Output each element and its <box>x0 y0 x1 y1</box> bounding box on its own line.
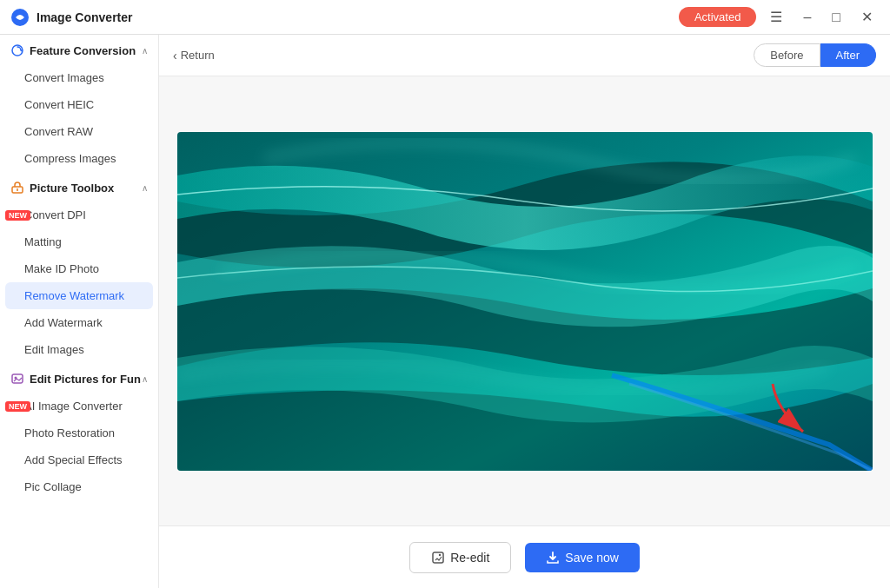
minimize-button[interactable]: – <box>796 6 818 29</box>
re-edit-icon <box>431 551 445 565</box>
title-bar: Image Converter Activated ☰ – □ ✕ <box>0 0 890 35</box>
content-area: ‹ Return Before After <box>159 35 890 588</box>
svg-point-10 <box>439 553 441 555</box>
sidebar-item-convert-raw[interactable]: Convert RAW <box>0 118 158 145</box>
new-badge-convert-dpi: NEW <box>5 210 30 221</box>
close-button[interactable]: ✕ <box>854 5 880 29</box>
sidebar-item-compress-images[interactable]: Compress Images <box>0 145 158 172</box>
refresh-icon <box>10 43 24 57</box>
image-display <box>159 76 890 525</box>
re-edit-button[interactable]: Re-edit <box>409 542 511 573</box>
sidebar-item-ai-image-converter[interactable]: NEW AI Image Converter <box>0 393 158 420</box>
toolbox-icon <box>10 181 24 195</box>
content-topbar: ‹ Return Before After <box>159 35 890 76</box>
sidebar-item-convert-images[interactable]: Convert Images <box>0 64 158 91</box>
after-button[interactable]: After <box>820 43 876 67</box>
chevron-left-icon: ‹ <box>173 49 177 63</box>
edit-pictures-chevron: ∧ <box>142 374 148 384</box>
sidebar-item-make-id-photo[interactable]: Make ID Photo <box>0 255 158 282</box>
sidebar-item-remove-watermark[interactable]: Remove Watermark <box>5 282 153 309</box>
feature-conversion-items: Convert Images Convert HEIC Convert RAW … <box>0 64 158 172</box>
svg-rect-9 <box>433 552 443 563</box>
sidebar-item-edit-images[interactable]: Edit Images <box>0 336 158 363</box>
title-bar-left: Image Converter <box>10 8 132 27</box>
feature-conversion-title: Feature Conversion <box>30 44 136 57</box>
sidebar-item-add-special-effects[interactable]: Add Special Effects <box>0 446 158 473</box>
save-now-button[interactable]: Save now <box>525 543 639 572</box>
sidebar-item-convert-dpi[interactable]: NEW Convert DPI <box>0 202 158 228</box>
sidebar-section-edit-pictures-for-fun[interactable]: Edit Pictures for Fun ∧ <box>0 363 158 393</box>
image-container <box>177 132 873 471</box>
picture-toolbox-chevron: ∧ <box>142 183 148 193</box>
before-after-toggle: Before After <box>754 43 876 67</box>
sidebar: Feature Conversion ∧ Convert Images Conv… <box>0 35 159 588</box>
save-icon <box>546 551 560 565</box>
maximize-button[interactable]: □ <box>825 6 847 29</box>
app-icon <box>10 8 30 27</box>
main-layout: Feature Conversion ∧ Convert Images Conv… <box>0 35 890 588</box>
edit-pictures-items: NEW AI Image Converter Photo Restoration… <box>0 393 158 500</box>
fun-icon <box>10 372 24 386</box>
menu-button[interactable]: ☰ <box>763 5 789 29</box>
sidebar-item-photo-restoration[interactable]: Photo Restoration <box>0 420 158 446</box>
sidebar-item-matting[interactable]: Matting <box>0 228 158 255</box>
picture-toolbox-title: Picture Toolbox <box>30 182 114 195</box>
feature-conversion-chevron: ∧ <box>142 46 148 56</box>
bottom-toolbar: Re-edit Save now <box>159 525 890 588</box>
app-title: Image Converter <box>37 10 132 24</box>
sidebar-item-convert-heic[interactable]: Convert HEIC <box>0 91 158 118</box>
return-button[interactable]: ‹ Return <box>173 49 215 63</box>
sidebar-section-feature-conversion[interactable]: Feature Conversion ∧ <box>0 35 158 64</box>
edit-pictures-title: Edit Pictures for Fun <box>30 373 141 386</box>
picture-toolbox-items: NEW Convert DPI Matting Make ID Photo Re… <box>0 202 158 363</box>
new-badge-ai-image-converter: NEW <box>5 401 30 412</box>
sidebar-item-add-watermark[interactable]: Add Watermark <box>0 309 158 336</box>
main-image <box>177 132 873 471</box>
title-bar-right: Activated ☰ – □ ✕ <box>679 5 880 29</box>
sidebar-item-pic-collage[interactable]: Pic Collage <box>0 473 158 500</box>
sidebar-section-picture-toolbox[interactable]: Picture Toolbox ∧ <box>0 172 158 202</box>
activated-button[interactable]: Activated <box>679 7 756 27</box>
before-button[interactable]: Before <box>754 43 820 67</box>
